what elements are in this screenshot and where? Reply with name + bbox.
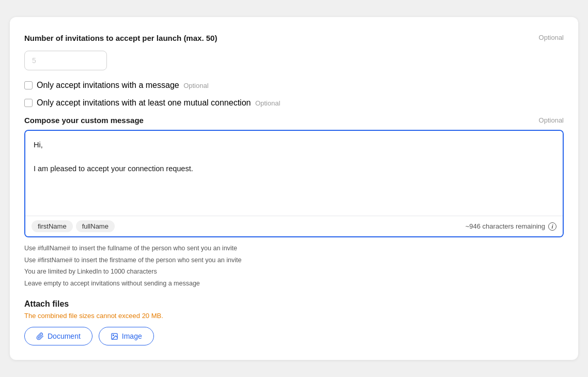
image-icon	[111, 333, 118, 340]
invitations-field-row: Number of invitations to accept per laun…	[24, 34, 564, 42]
attach-document-button[interactable]: Document	[24, 327, 92, 345]
hint-3: You are limited by LinkedIn to 1000 char…	[24, 266, 564, 278]
compose-header: Compose your custom message Optional	[24, 116, 564, 125]
attach-image-label: Image	[122, 332, 142, 340]
message-textarea[interactable]: Hi, I am pleased to accept your connecti…	[25, 131, 563, 214]
textarea-footer: firstName fullName ~946 characters remai…	[25, 216, 563, 236]
fullname-tag-button[interactable]: fullName	[76, 220, 115, 232]
checkbox-message-row: Only accept invitations with a message O…	[24, 81, 564, 90]
invitations-optional: Optional	[539, 34, 564, 41]
compose-label: Compose your custom message	[24, 116, 144, 125]
attach-hint: The combined file sizes cannot exceed 20…	[24, 312, 564, 320]
invitations-input[interactable]	[24, 51, 107, 70]
attach-document-label: Document	[48, 332, 81, 340]
char-count: ~946 characters remaining i	[466, 222, 556, 231]
compose-optional: Optional	[539, 116, 564, 124]
attach-image-button[interactable]: Image	[99, 327, 154, 345]
checkbox-mutual-label[interactable]: Only accept invitations with at least on…	[37, 98, 280, 108]
firstname-tag-button[interactable]: firstName	[32, 220, 73, 232]
checkbox-message-optional: Optional	[183, 82, 208, 89]
checkbox-mutual-row: Only accept invitations with at least on…	[24, 98, 564, 108]
paperclip-icon	[36, 333, 44, 340]
compose-section: Compose your custom message Optional Hi,…	[24, 116, 564, 237]
hint-1: Use #fullName# to insert the fullname of…	[24, 243, 564, 254]
svg-point-1	[113, 335, 114, 336]
tag-buttons: firstName fullName	[32, 220, 115, 232]
hint-4: Leave empty to accept invitations withou…	[24, 278, 564, 290]
attach-title: Attach files	[24, 299, 564, 309]
char-remaining-text: ~946 characters remaining	[466, 222, 545, 230]
hint-2: Use #firstName# to insert the firstname …	[24, 254, 564, 266]
checkbox-mutual[interactable]	[24, 99, 33, 107]
textarea-wrapper: Hi, I am pleased to accept your connecti…	[24, 130, 564, 237]
attach-buttons: Document Image	[24, 327, 564, 345]
checkbox-message[interactable]	[24, 81, 33, 89]
invitations-label: Number of invitations to accept per laun…	[24, 34, 217, 42]
main-card: Number of invitations to accept per laun…	[10, 17, 578, 360]
attach-section: Attach files The combined file sizes can…	[24, 299, 564, 345]
checkbox-message-label[interactable]: Only accept invitations with a message O…	[37, 81, 209, 90]
hints-section: Use #fullName# to insert the fullname of…	[24, 243, 564, 289]
info-icon[interactable]: i	[548, 222, 556, 231]
checkbox-mutual-optional: Optional	[255, 99, 280, 107]
